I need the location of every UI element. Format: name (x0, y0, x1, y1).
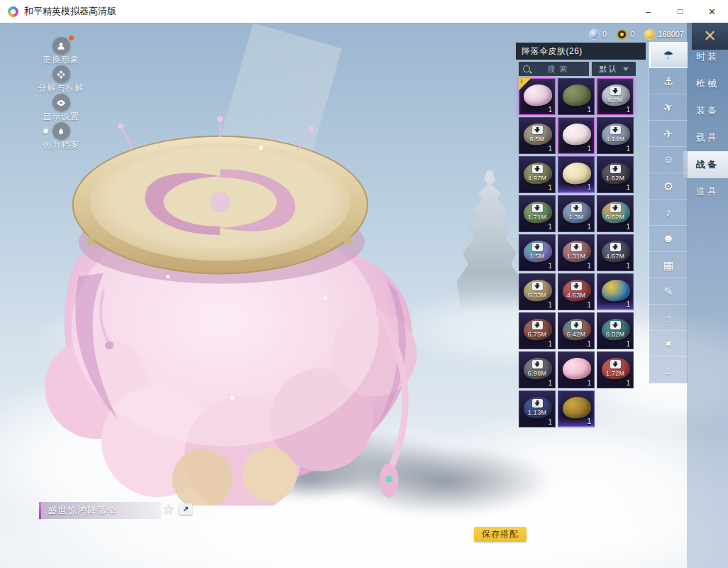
download-icon (610, 321, 621, 329)
skin-tile-5[interactable]: 1 (558, 117, 595, 154)
download-icon (532, 321, 543, 329)
chicken-icon: ♨ (663, 364, 673, 377)
subcategory-boat-icon[interactable]: ⚓ (649, 68, 688, 94)
download-size: 6.5M (529, 136, 544, 143)
subcategory-chicken-icon[interactable]: ♨ (649, 357, 688, 383)
subcategory-wand-icon[interactable]: ✶ (649, 331, 688, 357)
subcategory-emote-icon[interactable]: ☺ (649, 147, 688, 173)
gallery-icon: ▦ (663, 258, 673, 272)
skin-tile-19[interactable]: 6.75M 1 (519, 312, 556, 349)
avatar-frame-icon: ☻ (663, 232, 675, 245)
skin-tile-24[interactable]: 1.72M 1 (597, 351, 634, 388)
subcategory-tap-effect-icon[interactable]: ☝ (649, 305, 688, 331)
favorite-star-icon[interactable]: ☆ (162, 501, 175, 517)
skin-tile-13[interactable]: 1.5M 1 (519, 234, 556, 271)
item-count: 1 (587, 379, 591, 387)
item-count: 1 (548, 340, 552, 348)
skin-tile-21[interactable]: 6.02M 1 (597, 312, 634, 349)
maximize-button[interactable]: □ (664, 0, 696, 23)
subcategory-parachute-icon[interactable]: ☂ (649, 42, 688, 68)
skin-tile-15[interactable]: 4.67M 1 (597, 234, 634, 271)
download-icon (532, 399, 543, 408)
skin-tile-1[interactable]: ✓1 (519, 78, 556, 115)
tab-4[interactable]: 载具 (687, 124, 728, 151)
download-icon (610, 87, 621, 95)
subcategory-plane-icon[interactable]: ✈ (649, 121, 688, 147)
subcategory-spray-icon[interactable]: ✎ (649, 278, 688, 305)
search-icon (523, 65, 530, 72)
parachute-thumbnail (601, 278, 632, 302)
download-size: 8.7M (607, 97, 622, 104)
maximize-icon: □ (678, 6, 683, 16)
selected-item-name: 盛世惊鸿降落伞 (48, 504, 117, 517)
wand-icon: ✶ (663, 337, 673, 351)
tab-3[interactable]: 装备 (687, 97, 728, 124)
download-size: 6.33M (528, 292, 547, 299)
download-size: 1.31M (567, 253, 586, 260)
tab-6[interactable]: 道具 (687, 178, 728, 205)
download-size: 1.5M (529, 253, 544, 260)
download-size: 1.71M (528, 214, 547, 221)
skin-tile-9[interactable]: 1.62M 1 (597, 156, 634, 193)
download-size: 4.63M (567, 292, 586, 299)
skin-tile-7[interactable]: 4.97M 1 (519, 156, 556, 193)
save-outfit-button[interactable]: 保存搭配 (474, 527, 526, 542)
skin-tile-16[interactable]: 6.33M 1 (519, 273, 556, 310)
skin-tile-2[interactable]: 1 (558, 78, 595, 115)
tab-5[interactable]: 战备 (683, 151, 728, 178)
close-window-icon: ✕ (708, 6, 716, 17)
download-icon (532, 165, 543, 173)
skin-tile-4[interactable]: 6.5M 1 (519, 117, 556, 154)
parachute-thumbnail (562, 161, 592, 185)
close-panel-button[interactable]: ✕ (692, 23, 728, 50)
download-size: 6.98M (528, 370, 547, 377)
close-panel-icon: ✕ (703, 28, 716, 44)
download-size: 1.3M (568, 214, 583, 221)
currency-gold-token: 0 (617, 29, 634, 40)
skin-tile-8[interactable]: 1 (558, 156, 595, 193)
subcategory-glider-icon[interactable]: ✈ (649, 94, 688, 121)
download-size: 4.14M (606, 136, 625, 143)
skin-tile-10[interactable]: 1.71M 1 (519, 195, 556, 232)
share-button[interactable]: ↗ (179, 503, 192, 515)
subcategory-gallery-icon[interactable]: ▦ (649, 252, 688, 278)
download-size: 1.13M (528, 409, 547, 416)
skin-tile-20[interactable]: 6.42M 1 (558, 312, 595, 349)
skin-tile-6[interactable]: 4.14M 1 (597, 117, 634, 154)
skin-tile-17[interactable]: 4.63M 1 (558, 273, 595, 310)
item-count: 1 (587, 340, 591, 348)
subcategory-robot-icon[interactable]: ⚙ (649, 173, 688, 200)
parachute-thumbnail (562, 395, 592, 420)
item-count: 1 (548, 223, 552, 231)
currency-value: 168007 (658, 30, 684, 38)
item-count: 1 (587, 223, 591, 231)
skin-tile-25[interactable]: 1.13M 1 (519, 390, 556, 427)
menu-item-1[interactable]: 更换形象 (43, 37, 79, 65)
menu-item-3[interactable]: 显示设置 (43, 94, 79, 121)
skin-tile-18[interactable]: 1 (597, 273, 634, 310)
minimize-button[interactable]: – (632, 0, 664, 23)
skin-tile-26[interactable]: 1 (558, 390, 595, 427)
menu-item-4[interactable]: 热力档案 (43, 122, 79, 150)
skin-tile-11[interactable]: 1.3M 1 (558, 195, 595, 232)
item-count: 1 (587, 417, 591, 425)
tab-2[interactable]: 枪械 (687, 70, 728, 97)
sort-dropdown[interactable]: 默认 (592, 62, 636, 76)
voice-icon: ♪ (666, 206, 671, 219)
skin-tile-12[interactable]: 6.62M 1 (597, 195, 634, 232)
menu-item-2[interactable]: 分解与拆解 (38, 65, 84, 93)
skin-tile-22[interactable]: 6.98M 1 (519, 351, 556, 388)
subcategory-voice-icon[interactable]: ♪ (649, 200, 688, 226)
subcategory-avatar-frame-icon[interactable]: ☻ (649, 226, 688, 252)
skin-tile-3[interactable]: 8.7M 1 (597, 78, 634, 115)
item-count: 1 (587, 262, 591, 270)
download-icon (532, 243, 543, 251)
download-icon (610, 165, 621, 173)
decompose-icon (53, 65, 70, 83)
download-size: 1.62M (606, 175, 625, 182)
spray-icon: ✎ (663, 285, 673, 298)
skin-tile-14[interactable]: 1.31M 1 (558, 234, 595, 271)
skin-tile-23[interactable]: 1 (558, 351, 595, 388)
close-window-button[interactable]: ✕ (696, 0, 728, 23)
search-input[interactable]: 搜索 (519, 62, 589, 76)
